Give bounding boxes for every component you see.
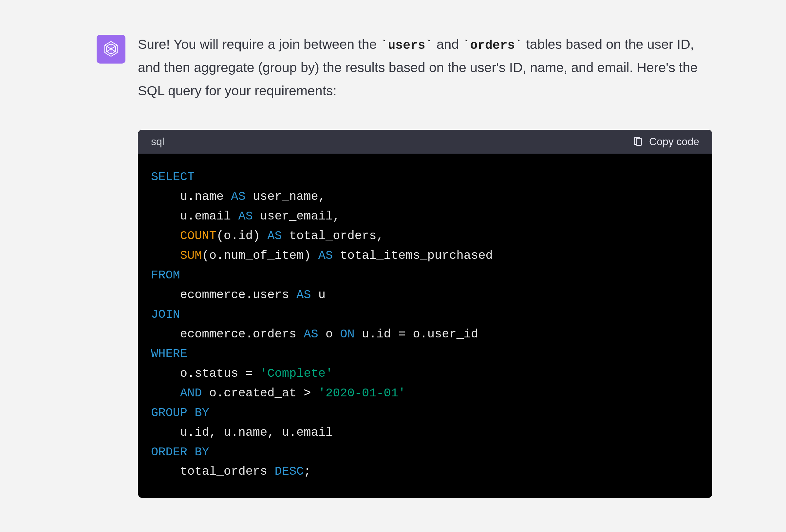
code-token: AS (304, 327, 318, 341)
code-token: o.status (151, 367, 246, 380)
code-token: AND (180, 386, 202, 400)
code-token: AS (318, 249, 333, 262)
code-block-header: sql Copy code (138, 130, 712, 154)
code-token: SELECT (151, 170, 194, 184)
code-token: '2020-01-01' (318, 386, 406, 400)
code-token: u.name (151, 190, 231, 203)
code-token: o.created_at (202, 386, 304, 400)
code-token: > (304, 386, 311, 400)
code-token: WHERE (151, 347, 187, 361)
code-token: AS (238, 209, 253, 223)
code-token: DESC (274, 464, 304, 478)
code-token: ecommerce.orders (151, 327, 304, 341)
code-token: u.id, u.name, u.email (151, 425, 333, 439)
code-token (253, 367, 260, 380)
code-token: GROUP (151, 406, 187, 420)
openai-logo-icon (101, 40, 120, 59)
code-token: total_orders (151, 464, 274, 478)
code-token: FROM (151, 268, 180, 282)
code-content: SELECT u.name AS user_name, u.email AS u… (138, 154, 712, 498)
code-language-label: sql (151, 136, 164, 148)
inline-code-users: `users` (380, 38, 433, 52)
code-token: u.id (355, 327, 398, 341)
clipboard-icon (633, 137, 643, 147)
code-token (187, 406, 194, 420)
code-token: JOIN (151, 308, 180, 321)
assistant-message-row: Sure! You will require a join between th… (97, 33, 712, 511)
code-token (187, 445, 194, 459)
code-token: BY (194, 406, 209, 420)
code-token: 'Complete' (260, 367, 333, 380)
code-block: sql Copy code SELECT u.name AS user_name… (138, 130, 712, 498)
copy-code-label: Copy code (649, 136, 699, 148)
code-token: SUM (180, 249, 202, 262)
message-text: and (433, 37, 462, 52)
code-token: AS (296, 288, 311, 302)
code-token: user_name, (246, 190, 326, 203)
message-text: Sure! You will require a join between th… (138, 37, 380, 52)
code-token: total_items_purchased (333, 249, 492, 262)
code-token: u.email (151, 209, 238, 223)
code-token: ORDER (151, 445, 187, 459)
code-token: AS (267, 229, 282, 243)
code-token: BY (194, 445, 209, 459)
message-paragraph: Sure! You will require a join between th… (138, 33, 712, 102)
code-token: user_email, (253, 209, 340, 223)
assistant-avatar (97, 35, 125, 64)
code-token: COUNT (180, 229, 216, 243)
svg-rect-1 (636, 138, 642, 145)
code-token (151, 249, 180, 262)
code-token: = (398, 327, 406, 341)
copy-code-button[interactable]: Copy code (633, 136, 699, 148)
code-token: u (311, 288, 326, 302)
code-token: o (318, 327, 340, 341)
code-token: (o.id) (216, 229, 267, 243)
code-token (151, 386, 180, 400)
code-token: o.user_id (406, 327, 478, 341)
inline-code-orders: `orders` (463, 38, 522, 52)
code-token: = (246, 367, 253, 380)
code-token: total_orders, (282, 229, 384, 243)
code-token: ; (304, 464, 311, 478)
assistant-message-content: Sure! You will require a join between th… (138, 33, 712, 511)
code-token (311, 386, 318, 400)
code-token: ON (340, 327, 354, 341)
code-token: ecommerce.users (151, 288, 296, 302)
code-token (151, 229, 180, 243)
code-token: (o.num_of_item) (202, 249, 318, 262)
code-token: AS (231, 190, 245, 203)
